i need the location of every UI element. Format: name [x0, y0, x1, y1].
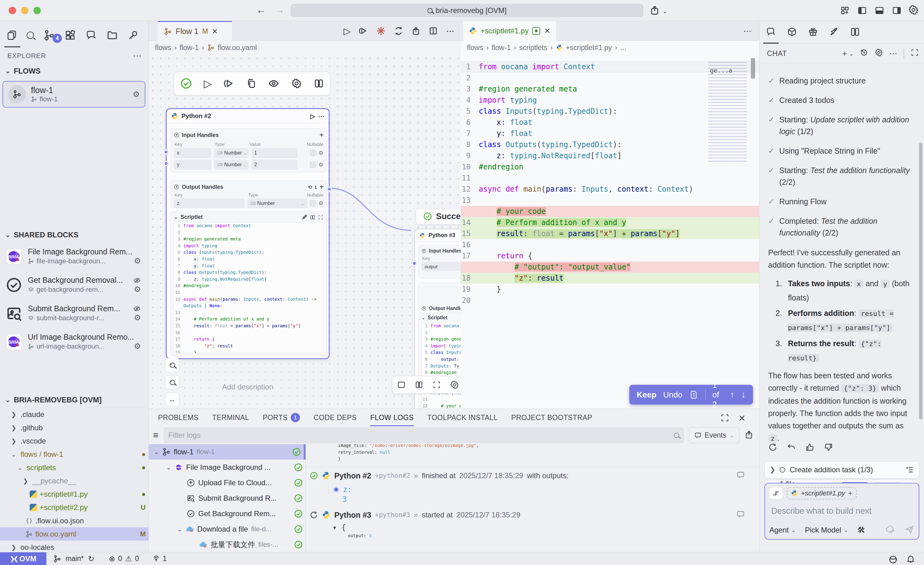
copy-icon[interactable] — [246, 78, 256, 89]
chat-scrollbar-thumb[interactable] — [919, 143, 922, 420]
chat-history-icon[interactable] — [860, 48, 868, 59]
breadcrumb-file[interactable]: +scriptlet#1.py — [566, 43, 612, 52]
log-tree-row[interactable]: Get Background Rem... — [149, 506, 306, 522]
flows-icon[interactable]: 4 — [43, 29, 55, 42]
log-tree-row[interactable]: Upload File to Cloud... — [149, 475, 306, 490]
flow-breadcrumb[interactable]: flows › flow-1 › flow.oo.yaml — [149, 41, 461, 54]
block-settings-gear-icon[interactable]: ⚙ — [134, 313, 141, 323]
input-key-field[interactable]: x — [174, 148, 212, 158]
input-value-field[interactable]: 1 — [251, 148, 297, 158]
history-icon[interactable]: ⟲ — [308, 184, 312, 190]
file-tree-row[interactable]: +scriptlet#1.py ● — [0, 487, 149, 501]
comment-icon[interactable] — [736, 510, 745, 520]
tab-scriptlet-1[interactable]: +scriptlet#1.py ✕ — [463, 21, 556, 41]
ai-chat-icon[interactable] — [766, 27, 776, 38]
package-icon[interactable] — [787, 27, 797, 38]
panel-tab[interactable]: TERMINAL — [212, 409, 249, 426]
panel-maximize-icon[interactable] — [720, 413, 729, 424]
send-icon[interactable] — [904, 524, 914, 536]
editor-more-icon[interactable]: ⋯ — [743, 26, 752, 36]
explorer-more-icon[interactable]: ⋯ — [133, 51, 142, 61]
input-type-select[interactable]: 123Number⌄ — [214, 160, 249, 170]
input-key-field[interactable]: y — [174, 160, 212, 170]
settings-gear-icon[interactable] — [908, 4, 919, 17]
context-file-chip[interactable]: +scriptlet#1.py + — [787, 487, 856, 499]
close-window-button[interactable] — [9, 7, 16, 14]
file-tree-row[interactable]: +scriptlet#2.py U — [0, 501, 149, 514]
breadcrumb-item[interactable]: flows — [467, 43, 483, 52]
run-node-icon[interactable]: ▷ — [310, 112, 315, 120]
input-type-select[interactable]: 123Number⌄ — [214, 148, 249, 158]
shared-block-item[interactable]: Url Image Background Remo... url-image-b… — [0, 328, 146, 356]
rocket-icon[interactable] — [829, 27, 839, 38]
file-tree-row[interactable]: ⌄ scriptlets ● — [0, 461, 149, 474]
todo-list-icon[interactable] — [906, 466, 914, 474]
panel-tab[interactable]: PROJECT BOOTSTRAP — [511, 409, 592, 426]
problems-status[interactable]: ⊗ 0 ⚠ 0 — [109, 552, 139, 565]
diff-file-icon[interactable] — [689, 390, 699, 399]
scriptlet-code[interactable]: 1from oocana import Context23#region gen… — [174, 222, 324, 353]
share-icon[interactable] — [650, 5, 660, 17]
shared-block-item[interactable]: File Image Background Rem... file-image-… — [0, 242, 146, 271]
node-header[interactable]: Python #2 ▷ ⋯ — [166, 109, 329, 123]
prev-diff-icon[interactable]: ↑ — [730, 390, 735, 400]
handle-gear-icon[interactable]: ⚙ — [318, 161, 324, 168]
chat-messages[interactable]: ✓ Reading project structure ✓ Created 3 … — [759, 64, 924, 552]
breadcrumb-symbol[interactable]: ... — [620, 43, 626, 52]
blocks-icon[interactable] — [64, 29, 76, 42]
chat-settings-gear-icon[interactable] — [874, 48, 883, 59]
eye-off-icon[interactable] — [133, 305, 141, 313]
chat-more-icon[interactable]: ⋯ — [890, 49, 897, 58]
sync-flow-icon[interactable] — [394, 26, 403, 36]
task-card[interactable]: ❯ Create addition task (1/3) — [764, 461, 920, 478]
notifications-bell-icon[interactable] — [906, 554, 915, 564]
preview-icon[interactable] — [397, 381, 406, 389]
debug-run-icon[interactable] — [359, 26, 368, 36]
log-list-icon[interactable]: ≡ — [153, 430, 159, 441]
ai-generate-icon[interactable] — [376, 26, 386, 36]
node-header[interactable]: Python #3 — [415, 229, 461, 242]
tab-flow-1[interactable]: Flow 1 M ✕ — [158, 21, 232, 41]
add-context-icon[interactable]: + — [848, 489, 852, 498]
editor-scrollbar-thumb[interactable] — [751, 58, 755, 78]
model-picker-dropdown[interactable]: Pick Model⌄ — [805, 526, 848, 534]
toggle-bottom-panel-icon[interactable] — [874, 6, 884, 17]
agent-mode-dropdown[interactable]: Agent⌄ — [770, 526, 796, 534]
composer-placeholder[interactable]: Describe what to build next — [771, 506, 915, 516]
chat-composer[interactable]: 🖇 +scriptlet#1.py + Describe what to bui… — [764, 483, 920, 540]
panel-tab[interactable]: FLOW LOGS — [370, 409, 414, 426]
expand-brace[interactable]: ▾ { — [332, 523, 759, 532]
layout-grid-icon[interactable] — [840, 6, 850, 17]
cloud-send-icon[interactable] — [885, 524, 895, 536]
add-output-icon[interactable]: + — [320, 183, 324, 191]
flows-section-header[interactable]: ⌄ FLOWS — [5, 67, 40, 75]
breadcrumb-item[interactable]: flows — [155, 43, 171, 52]
input-key-field[interactable]: output — [422, 262, 461, 271]
gift-icon[interactable] — [808, 27, 818, 38]
new-chat-chevron-icon[interactable]: ⌄ — [849, 50, 854, 57]
nullable-checkbox[interactable] — [310, 150, 316, 156]
block-settings-gear-icon[interactable]: ⚙ — [134, 342, 141, 351]
file-tree-row[interactable]: flow.oo.yaml M — [0, 527, 149, 541]
explorer-files-icon[interactable] — [6, 30, 17, 42]
run-all-icon[interactable] — [224, 78, 235, 89]
forward-icon[interactable]: → — [274, 4, 285, 16]
docs-icon[interactable] — [415, 381, 423, 389]
undo-button[interactable]: Undo — [663, 390, 682, 400]
back-icon[interactable]: ← — [256, 4, 266, 16]
keep-button[interactable]: Keep — [637, 390, 657, 400]
collapse-icon[interactable]: ⌄ — [174, 214, 178, 220]
breadcrumb-item[interactable]: flow-1 — [492, 43, 510, 52]
nullable-checkbox[interactable] — [310, 200, 316, 207]
log-tree-row[interactable]: 批量下载文件 files-... — [149, 537, 306, 552]
log-tree-row[interactable]: Submit Background R... — [149, 490, 306, 506]
shared-block-item[interactable]: Get Background Removal... get-background… — [0, 271, 146, 299]
undo-icon[interactable] — [787, 443, 796, 453]
more-actions-icon[interactable]: ⋯ — [446, 26, 454, 36]
panel-tab[interactable]: PROBLEMS — [158, 409, 198, 426]
comment-icon[interactable] — [736, 471, 745, 481]
toggle-right-panel-icon[interactable] — [892, 6, 902, 17]
close-tab-icon[interactable]: ✕ — [212, 27, 218, 36]
attach-icon[interactable]: 🖉 — [302, 214, 308, 220]
handle-gear-icon[interactable]: ⚙ — [318, 200, 324, 207]
